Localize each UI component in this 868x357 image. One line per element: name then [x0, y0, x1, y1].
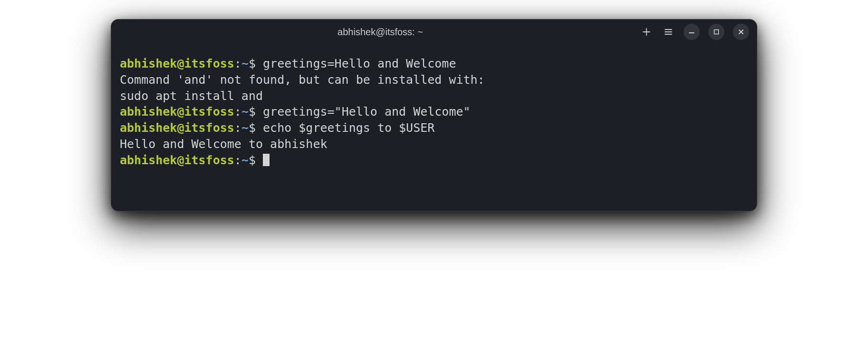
svg-rect-6 [714, 30, 719, 34]
prompt-symbol: $ [249, 105, 263, 119]
cursor [263, 154, 270, 166]
prompt-user: abhishek@itsfoss [120, 105, 234, 119]
terminal-line: abhishek@itsfoss:~$ greetings=Hello and … [120, 56, 748, 72]
prompt-path: ~ [241, 57, 249, 70]
command-text: greetings="Hello and Welcome" [263, 105, 471, 119]
terminal-window: abhishek@itsfoss: ~ [111, 19, 757, 211]
prompt-colon: : [234, 153, 241, 167]
terminal-line: abhishek@itsfoss:~$ echo $greetings to $… [120, 120, 748, 136]
close-icon [738, 29, 744, 35]
window-controls [640, 24, 752, 40]
terminal-line: abhishek@itsfoss:~$ [120, 152, 748, 169]
minimize-icon [688, 29, 695, 35]
prompt-user: abhishek@itsfoss [120, 121, 234, 135]
maximize-button[interactable] [708, 24, 724, 40]
command-text: echo $greetings to $USER [263, 121, 434, 135]
terminal-output: sudo apt install and [120, 88, 748, 104]
prompt-user: abhishek@itsfoss [120, 153, 234, 167]
prompt-symbol: $ [249, 153, 263, 167]
menu-button[interactable] [662, 25, 675, 39]
prompt-symbol: $ [249, 121, 263, 135]
terminal-output: Command 'and' not found, but can be inst… [120, 72, 748, 88]
new-tab-button[interactable] [640, 25, 653, 39]
hamburger-icon [664, 27, 673, 37]
prompt-colon: : [234, 121, 241, 135]
prompt-path: ~ [241, 105, 249, 119]
prompt-path: ~ [241, 153, 249, 167]
titlebar: abhishek@itsfoss: ~ [111, 20, 757, 44]
close-button[interactable] [733, 24, 749, 40]
prompt-user: abhishek@itsfoss [120, 57, 234, 70]
terminal-output: Hello and Welcome to abhishek [120, 136, 748, 152]
prompt-colon: : [234, 105, 241, 119]
prompt-colon: : [234, 57, 241, 70]
minimize-button[interactable] [684, 24, 700, 40]
terminal-line: abhishek@itsfoss:~$ greetings="Hello and… [120, 104, 748, 120]
prompt-symbol: $ [249, 57, 263, 70]
command-text: greetings=Hello and Welcome [263, 57, 456, 70]
terminal-body[interactable]: abhishek@itsfoss:~$ greetings=Hello and … [111, 44, 757, 211]
window-title: abhishek@itsfoss: ~ [338, 27, 423, 38]
maximize-icon [713, 29, 720, 35]
prompt-path: ~ [241, 121, 249, 135]
plus-icon [642, 27, 651, 37]
